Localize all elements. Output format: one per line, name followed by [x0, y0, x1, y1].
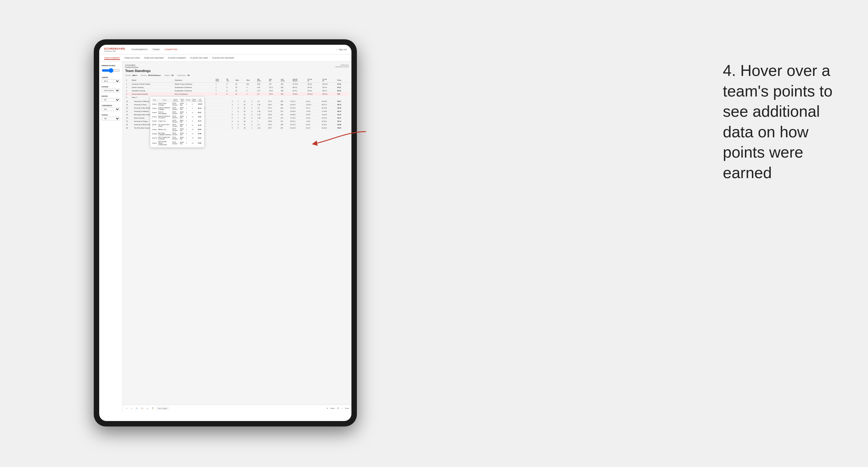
tt-cell-team: Univers [152, 111, 158, 115]
nav-divider: | [336, 49, 337, 51]
cell-overall: 51-23-0 [289, 126, 305, 130]
col-rnds: Rnds [235, 78, 245, 83]
tt-cell-event: Copper Cup [158, 119, 172, 123]
cell-vs25: 29-5-0 [307, 89, 321, 93]
cell-points[interactable]: 88.43 [337, 110, 349, 113]
tt-cell-event-div: NCAA Division I [172, 119, 179, 123]
nav-teams[interactable]: TEAMS [152, 48, 160, 51]
cell-points[interactable] [336, 96, 349, 99]
cell-conf-rank: 1 [215, 93, 226, 96]
cell-wins: 0 [251, 123, 257, 126]
filter-division: Division: NCAA Division I [141, 74, 161, 76]
tt-cell-team: Florida I [152, 123, 158, 128]
subnav-player-h2h-heatmap[interactable]: PLAYER H2H HEATMAP [212, 56, 235, 60]
table-row[interactable]: 2 Auburn University Southeastern Confere… [125, 86, 349, 89]
tt-cell-event-div: NCAA Division I [172, 102, 179, 106]
subnav-team-h2h-grid[interactable]: TEAM H2H GRID [124, 56, 140, 60]
tooltip-row: Univers Williams Cup NCAA Division I Str… [152, 128, 203, 132]
cell-conf-rank: 1 [231, 123, 237, 126]
cell-overall: 53-41-1 [289, 120, 305, 123]
table-row[interactable]: 4 Arizona State University Pac-12 Confer… [125, 93, 349, 96]
zoom-out-button[interactable]: 🔍 [135, 407, 138, 409]
cell-points[interactable]: 88.14 [337, 120, 349, 123]
col-rank: # [125, 78, 131, 83]
tooltip-row: Univers Southern Highlands Collegiate NC… [152, 106, 203, 111]
cell-points[interactable]: 88.71 [337, 117, 349, 120]
cell-tou: 8 [226, 93, 235, 96]
school-select[interactable]: (All) [102, 117, 120, 120]
tt-cell-rounds: 3 [185, 102, 191, 106]
cell-vs25: 33-19-1 [307, 93, 321, 96]
subnav-player-summary[interactable]: PLAYER SUMMARY [168, 56, 186, 60]
tt-cell-event-div: NCAA Division I [172, 115, 179, 119]
cell-avg-sg: 272 [268, 83, 280, 86]
min-rounds-slider[interactable] [102, 68, 120, 73]
view-original-button[interactable]: View: Original [156, 407, 169, 410]
tt-cell-rank-impact: +3 [191, 115, 197, 119]
grid-button[interactable]: ◫ [146, 407, 149, 409]
cell-wins: 0 [251, 103, 257, 106]
sign-out-button[interactable]: Sign out [339, 49, 347, 51]
cell-points[interactable]: 83.41 [337, 113, 349, 117]
subnav-team-h2h-heatmap[interactable]: TEAM H2H HEATMAP [144, 56, 164, 60]
cell-overall: 87-22-3 [289, 123, 305, 126]
cell-points[interactable]: 97.02 [336, 83, 349, 86]
undo-button[interactable]: ↩ [125, 407, 128, 409]
cell-avg-sg: 272.3 [268, 86, 280, 89]
cell-vs50: 24-31-0 [321, 117, 337, 120]
tt-cell-event-type: Stroke Play [179, 136, 185, 141]
cell-avg-sg: 278.1 [267, 117, 279, 120]
tt-cell-points: 56.64 [197, 128, 203, 132]
gender-select[interactable]: Men's [102, 79, 120, 83]
cell-avg-sg: 272.6 [268, 89, 280, 93]
cell-vs25: 4-13-0 [305, 117, 321, 120]
cell-points[interactable]: 88.07 [337, 100, 349, 103]
cell-adj-score: 2.5 [256, 93, 268, 96]
cell-overall: 67-10-0 [292, 83, 307, 86]
region-select[interactable]: N/A [102, 98, 120, 102]
cell-adj-score: 1.5 [256, 106, 267, 110]
cell-points[interactable]: 79.5 [336, 93, 349, 96]
cell-points[interactable]: 93.31 [336, 86, 349, 89]
cell-points[interactable]: 88.70 [337, 103, 349, 106]
cell-low-score: 260 [280, 100, 289, 103]
tt-cell-event-div: NCAA Division I [172, 111, 179, 115]
subnav-team-summary[interactable]: TEAM SUMMARY [104, 56, 120, 60]
tooltip-table: Team Event Event Division Event Type Rou… [152, 98, 203, 146]
toolbar-right: 👁 Watch 💬 ↗ Share [327, 407, 349, 409]
cell-adj-score: 1.3 [256, 123, 267, 126]
cell-conf-rank: 1 [231, 106, 237, 110]
copy-button[interactable]: 📋 [140, 407, 144, 409]
cell-avg-sg: 278.9 [267, 120, 279, 123]
cell-low-score: 269 [280, 89, 292, 93]
redo-button[interactable]: ↪ [130, 407, 133, 409]
committee-label: Committee [125, 64, 135, 66]
cell-adj-score: 1.22 [256, 126, 267, 130]
cell-rank: 23 [125, 117, 133, 120]
col-school: School [131, 78, 174, 83]
tt-cell-team: East Tai [152, 136, 158, 141]
division-select[interactable]: NCAA Division I [102, 89, 120, 92]
cell-points[interactable]: 88.49 [337, 106, 349, 110]
tt-cell-event-div: NCAA Division I [172, 123, 179, 128]
subnav-player-h2h-grid[interactable]: PLAYER H2H GRID [190, 56, 208, 60]
watch-label[interactable]: Watch [331, 407, 335, 409]
nav-committee[interactable]: COMMITTEE [164, 48, 177, 51]
cell-conf-rank: 2 [231, 126, 237, 130]
cell-points[interactable]: 90.35 [336, 89, 349, 93]
tt-cell-event-div: NCAA Division I [172, 106, 179, 111]
nav-items: TOURNAMENTS TEAMS COMMITTEE [131, 48, 336, 51]
cell-low-score [280, 96, 292, 99]
conference-select[interactable]: (All) [102, 107, 120, 111]
tt-cell-event-type: Match Play [179, 119, 185, 123]
nav-tournaments[interactable]: TOURNAMENTS [131, 48, 148, 51]
table-row[interactable]: 1 University of North Carolina Atlantic … [125, 83, 349, 86]
share-label[interactable]: Share [345, 407, 349, 409]
cell-vs25: 29-4-0 [307, 86, 321, 89]
sub-nav: TEAM SUMMARY TEAM H2H GRID TEAM H2H HEAT… [99, 55, 351, 62]
tt-cell-rank-impact: +0 [191, 136, 197, 141]
clock-button[interactable]: ⏳ [151, 407, 155, 409]
cell-vs25: 13-9-0 [307, 83, 321, 86]
table-row[interactable]: 3 Vanderbilt University Southeastern Con… [125, 89, 349, 93]
report-panel: Committee Portal Review Team Standings U… [123, 62, 351, 411]
